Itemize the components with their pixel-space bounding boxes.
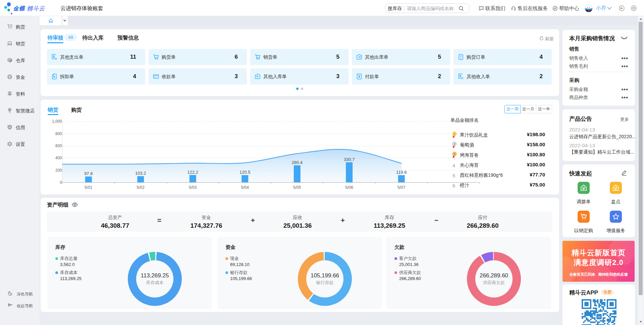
svg-text:103.2: 103.2 <box>135 171 146 176</box>
svg-text:120.5: 120.5 <box>239 170 251 175</box>
svg-text:330.7: 330.7 <box>344 157 355 162</box>
svg-text:97.8: 97.8 <box>84 171 93 176</box>
svg-text:800: 800 <box>55 131 62 136</box>
svg-text:119.6: 119.6 <box>396 170 407 175</box>
svg-text:5/05: 5/05 <box>293 185 301 190</box>
svg-text:1: 1 <box>453 132 455 136</box>
svg-text:600: 600 <box>55 144 62 148</box>
svg-text:200: 200 <box>55 168 62 173</box>
svg-text:5/01: 5/01 <box>85 185 93 190</box>
svg-text:5/04: 5/04 <box>241 185 249 190</box>
svg-text:2: 2 <box>453 142 455 146</box>
svg-text:400: 400 <box>55 156 62 160</box>
svg-text:122.2: 122.2 <box>187 170 199 175</box>
svg-text:5/06: 5/06 <box>345 185 354 190</box>
svg-text:5/07: 5/07 <box>397 185 406 190</box>
svg-text:1,000: 1,000 <box>52 119 62 124</box>
svg-text:5/02: 5/02 <box>137 185 145 190</box>
svg-text:0: 0 <box>60 180 62 185</box>
svg-text:3: 3 <box>453 152 455 156</box>
svg-text:金蝶: 金蝶 <box>597 316 600 318</box>
svg-text:280.4: 280.4 <box>292 160 303 165</box>
svg-text:5/03: 5/03 <box>189 185 197 190</box>
